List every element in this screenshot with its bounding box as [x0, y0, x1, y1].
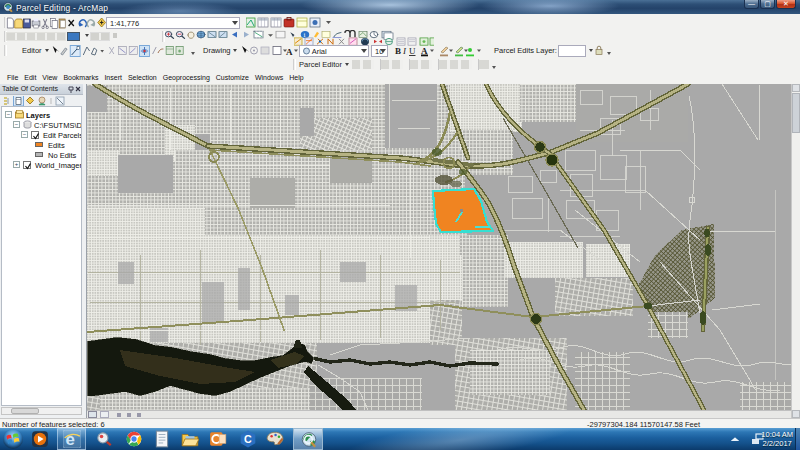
svg-text:A: A [421, 46, 428, 56]
svg-text:C: C [244, 433, 252, 445]
svg-text:U: U [409, 46, 416, 56]
svg-text:e: e [65, 430, 74, 448]
svg-text:B: B [395, 46, 401, 56]
svg-text:A: A [286, 47, 293, 57]
svg-text:I: I [402, 46, 407, 56]
